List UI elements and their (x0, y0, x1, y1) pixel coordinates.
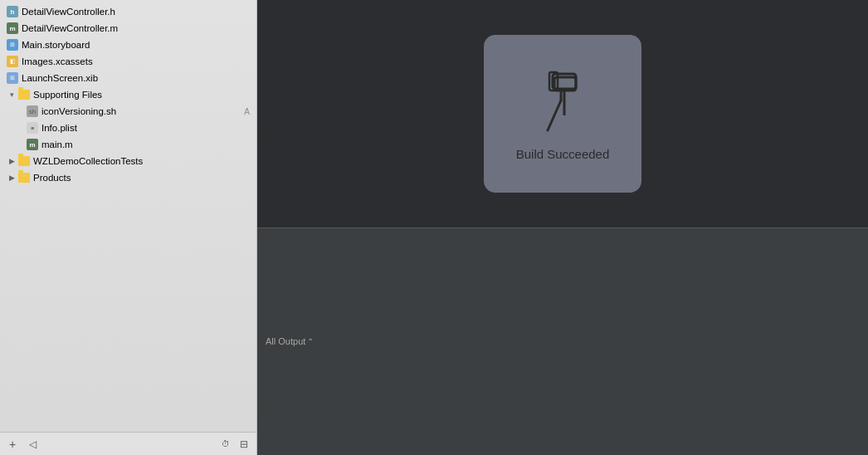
sidebar: h DetailViewController.h m DetailViewCon… (0, 0, 257, 455)
output-label: All Output (266, 336, 305, 346)
sidebar-tree: h DetailViewController.h m DetailViewCon… (0, 0, 256, 432)
output-chevron-icon[interactable]: ⌃ (307, 337, 314, 346)
main-content: h DetailViewController.h m DetailViewCon… (0, 0, 868, 455)
assets-icon: ◧ (7, 56, 18, 67)
sidebar-item-launchscreen-xib[interactable]: ⊞ LaunchScreen.xib (0, 70, 256, 86)
tests-folder-icon (18, 155, 30, 167)
split-button[interactable]: ⊟ (237, 437, 251, 452)
sidebar-item-label: LaunchScreen.xib (22, 73, 98, 83)
build-notification: Build Succeeded (484, 35, 641, 193)
sidebar-item-images-assets[interactable]: ◧ Images.xcassets (0, 53, 256, 70)
sidebar-item-label: DetailViewController.m (22, 23, 118, 33)
toolbar-right: ⏱ ⊟ (218, 437, 251, 452)
xib-icon: ⊞ (7, 72, 18, 84)
products-folder-icon (18, 172, 30, 183)
sidebar-item-main-m[interactable]: m main.m (0, 136, 256, 153)
m-file-icon: m (7, 22, 18, 34)
modified-badge: A (244, 107, 250, 116)
sidebar-item-label: Supporting Files (33, 90, 102, 100)
folder-icon (18, 89, 30, 100)
sidebar-item-info-plist[interactable]: ≡ Info.plist (0, 120, 256, 136)
sidebar-item-detail-m[interactable]: m DetailViewController.m (0, 20, 256, 37)
add-file-button[interactable]: + (5, 437, 20, 452)
sidebar-item-label: Images.xcassets (22, 56, 93, 66)
sidebar-item-products[interactable]: ▶ Products (0, 169, 256, 186)
disclosure-arrow-down: ▾ (7, 90, 17, 100)
sidebar-item-wzl-tests[interactable]: ▶ WZLDemoCollectionTests (0, 153, 256, 169)
sidebar-bottom-toolbar: + ◁ ⏱ ⊟ (0, 432, 257, 455)
sidebar-item-label: main.m (41, 139, 73, 149)
sidebar-item-label: WZLDemoCollectionTests (33, 156, 143, 166)
hammer-icon (529, 66, 596, 140)
h-file-icon: h (7, 6, 18, 17)
sidebar-item-label: Products (33, 173, 71, 183)
timer-button[interactable]: ⏱ (218, 437, 233, 452)
sidebar-item-icon-versioning[interactable]: sh iconVersioning.sh A (0, 103, 256, 120)
storyboard-icon: ⊞ (7, 39, 18, 51)
sidebar-item-supporting-files[interactable]: ▾ Supporting Files (0, 86, 256, 103)
sidebar-item-label: Main.storyboard (22, 40, 90, 50)
navigate-back-button[interactable]: ◁ (25, 437, 40, 452)
disclosure-arrow-right: ▶ (7, 156, 17, 166)
editor-area: Build Succeeded (257, 0, 868, 228)
sidebar-item-main-storyboard[interactable]: ⊞ Main.storyboard (0, 37, 256, 53)
plist-icon: ≡ (27, 122, 38, 134)
bottom-editor-toolbar: All Output ⌃ (257, 228, 868, 456)
sidebar-item-label: Info.plist (41, 123, 77, 133)
disclosure-arrow-right-products: ▶ (7, 173, 17, 183)
sidebar-item-label: DetailViewController.h (22, 7, 115, 17)
sidebar-item-detail-h[interactable]: h DetailViewController.h (0, 3, 256, 20)
sh-file-icon: sh (27, 105, 38, 117)
main-m-icon: m (27, 139, 38, 150)
build-succeeded-text: Build Succeeded (516, 147, 610, 161)
sidebar-item-label: iconVersioning.sh (41, 106, 116, 116)
svg-line-3 (548, 100, 561, 130)
editor-panel: Build Succeeded All Output ⌃ (257, 0, 868, 455)
